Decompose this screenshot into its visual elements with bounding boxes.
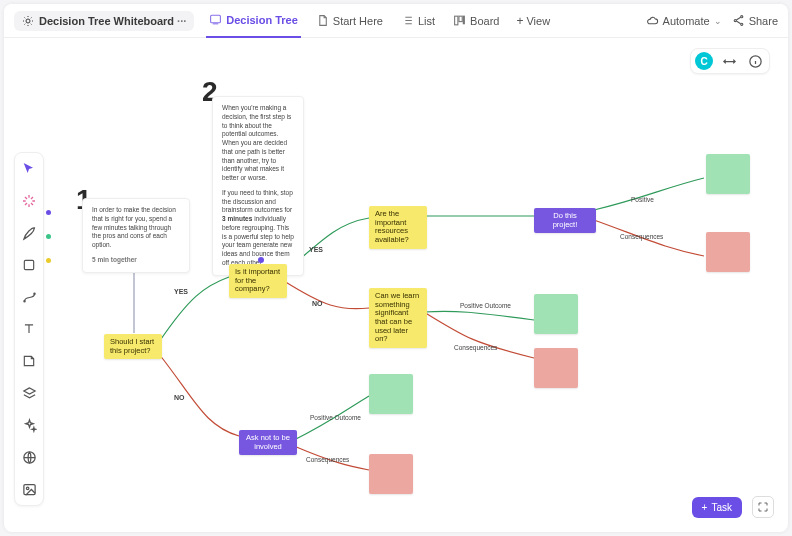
outcome-positive[interactable] — [534, 294, 578, 334]
svg-rect-2 — [455, 16, 458, 25]
cloud-icon — [646, 14, 659, 27]
share-label: Share — [749, 15, 778, 27]
tab-list[interactable]: List — [398, 4, 438, 38]
fullscreen-button[interactable] — [752, 496, 774, 518]
page-title: Decision Tree Whiteboard — [39, 15, 174, 27]
svg-point-5 — [740, 16, 742, 18]
note-p2a: If you need to think, stop the discussio… — [222, 189, 293, 214]
tab-decision-tree[interactable]: Decision Tree — [206, 4, 301, 38]
outcome-positive[interactable] — [369, 374, 413, 414]
edge-yes: YES — [309, 246, 323, 253]
node-ask-not[interactable]: Ask not to be involved — [239, 430, 297, 455]
edge-positive: Positive — [631, 196, 654, 203]
list-icon — [401, 14, 414, 27]
note-card-1[interactable]: In order to make the decision that is ri… — [82, 198, 190, 273]
edge-no: NO — [174, 394, 185, 401]
tab-label: Board — [470, 15, 499, 27]
plus-icon: + — [516, 14, 523, 28]
note-p1: When you're making a decision, the first… — [222, 104, 294, 183]
node-do-project[interactable]: Do this project! — [534, 208, 596, 233]
connector-handle[interactable] — [258, 257, 264, 263]
svg-rect-4 — [463, 16, 464, 24]
tab-board[interactable]: Board — [450, 4, 502, 38]
node-important[interactable]: Is it important for the company? — [229, 264, 287, 298]
svg-point-6 — [734, 19, 736, 21]
add-task-button[interactable]: + Task — [692, 497, 742, 518]
note-body: In order to make the decision that is ri… — [92, 206, 180, 250]
share-button[interactable]: Share — [732, 14, 778, 27]
svg-rect-3 — [459, 16, 462, 21]
edge-yes: YES — [174, 288, 188, 295]
automate-label: Automate — [663, 15, 710, 27]
edge-consequences: Consequences — [620, 233, 663, 240]
node-learn[interactable]: Can we learn something significant that … — [369, 288, 427, 348]
topbar: Decision Tree Whiteboard ··· Decision Tr… — [4, 4, 788, 38]
note-p2-bold: 3 minutes — [222, 215, 252, 222]
note-card-2[interactable]: When you're making a decision, the first… — [212, 96, 304, 276]
node-resources[interactable]: Are the important resources available? — [369, 206, 427, 249]
tab-label: Start Here — [333, 15, 383, 27]
edge-consequences: Consequences — [454, 344, 497, 351]
edge-no: NO — [312, 300, 323, 307]
edge-consequences: Consequences — [306, 456, 349, 463]
note-time: 5 min together — [92, 256, 180, 265]
share-icon — [732, 14, 745, 27]
edge-positive-outcome: Positive Outcome — [460, 302, 511, 309]
node-start[interactable]: Should I start this project? — [104, 334, 162, 359]
automate-button[interactable]: Automate ⌄ — [646, 14, 722, 27]
board-icon — [453, 14, 466, 27]
tab-label: Decision Tree — [226, 14, 298, 26]
outcome-consequence[interactable] — [534, 348, 578, 388]
svg-rect-1 — [211, 15, 221, 23]
whiteboard-icon — [209, 13, 222, 26]
svg-point-7 — [740, 23, 742, 25]
task-label: Task — [711, 502, 732, 513]
outcome-consequence[interactable] — [369, 454, 413, 494]
plus-icon: + — [702, 502, 708, 513]
title-ellipsis[interactable]: ··· — [177, 15, 186, 27]
edge-positive-outcome: Positive Outcome — [310, 414, 361, 421]
tab-start-here[interactable]: Start Here — [313, 4, 386, 38]
tab-label: List — [418, 15, 435, 27]
add-view-label: View — [526, 15, 550, 27]
whiteboard-canvas[interactable]: 1 2 In order to make the decision that i… — [4, 38, 788, 532]
chevron-down-icon: ⌄ — [714, 16, 722, 26]
expand-icon — [757, 501, 769, 513]
add-view-button[interactable]: + View — [516, 14, 550, 28]
note-p2: If you need to think, stop the discussio… — [222, 189, 294, 268]
doc-icon — [316, 14, 329, 27]
page-title-chip[interactable]: Decision Tree Whiteboard ··· — [14, 11, 194, 31]
svg-point-0 — [26, 19, 30, 23]
sun-icon — [22, 15, 34, 27]
outcome-consequence[interactable] — [706, 232, 750, 272]
outcome-positive[interactable] — [706, 154, 750, 194]
